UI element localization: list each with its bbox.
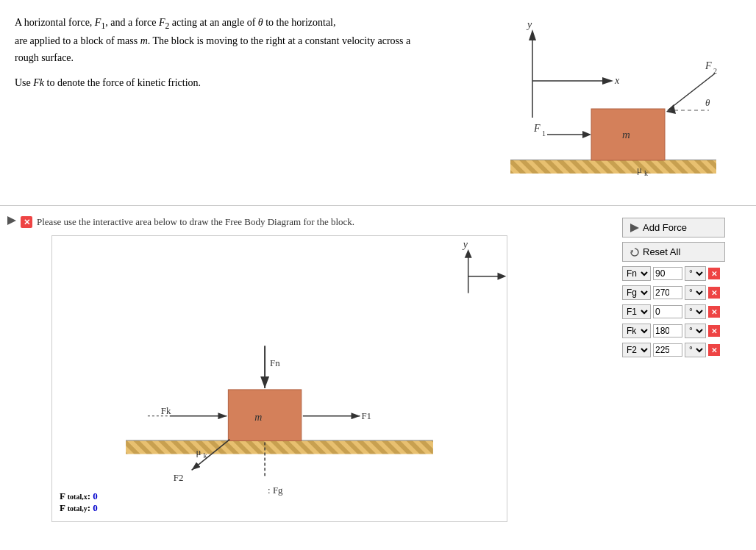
- fbd-svg: y x Fn : Fg: [52, 236, 507, 521]
- interactive-drawing-area[interactable]: y x Fn : Fg: [51, 235, 507, 522]
- top-f2-label: F: [705, 60, 712, 71]
- int-fk-label: Fk: [161, 405, 171, 416]
- int-mu-label: μ: [196, 446, 202, 457]
- fn-delete-button[interactable]: ✕: [708, 268, 720, 279]
- top-mu-sub: k: [644, 169, 648, 177]
- problem-description: A horizontal force, F1, and a force F2 a…: [0, 7, 441, 198]
- fn-angle-unit[interactable]: °: [685, 266, 706, 281]
- interactive-section: ✕ Please use the interactive area below …: [7, 212, 616, 544]
- add-force-label: Add Force: [643, 222, 687, 233]
- top-theta-label: θ: [705, 97, 710, 108]
- reset-all-label: Reset All: [643, 246, 680, 257]
- ftotal-y-value: 0: [93, 502, 98, 513]
- force-row-f2: F2FnFgF1Fk ° ✕: [622, 343, 743, 357]
- fk-angle-unit[interactable]: °: [685, 324, 706, 338]
- reset-all-button[interactable]: Reset All: [622, 242, 725, 262]
- fk-angle-input[interactable]: [653, 324, 682, 338]
- play-button[interactable]: [7, 216, 16, 228]
- force-row-fk: FkFnFgF1F2 ° ✕: [622, 324, 743, 338]
- svg-line-30: [192, 440, 230, 471]
- fn-name-select[interactable]: FnFgF1FkF2: [622, 266, 651, 281]
- f1-angle-input[interactable]: [653, 305, 682, 318]
- svg-marker-10: [582, 131, 591, 138]
- top-block-m-label: m: [622, 129, 630, 140]
- top-f2-sub: 2: [713, 67, 717, 75]
- force-row-f1: F1FnFgFkF2 ° ✕: [622, 304, 743, 319]
- top-diagram-svg: y x m F 1 F: [474, 15, 724, 206]
- fg-angle-input[interactable]: [653, 286, 682, 299]
- top-axis-y-label: y: [526, 19, 532, 30]
- fg-name-select[interactable]: FgFnF1FkF2: [622, 285, 651, 300]
- status-row: ✕ Please use the interactive area below …: [7, 212, 616, 232]
- int-f1-label: F1: [361, 410, 371, 421]
- int-fn-label: Fn: [270, 357, 280, 368]
- ftotal-y-label: F total,y:: [60, 502, 90, 513]
- top-physics-diagram: y x m F 1 F: [441, 7, 756, 198]
- ftotal-x-label: F total,x:: [60, 490, 90, 501]
- svg-rect-24: [228, 390, 301, 441]
- f1-angle-unit[interactable]: °: [685, 304, 706, 319]
- force-controls-panel: Add Force Reset All FnFgF1FkF2 ° ✕ FgFnF…: [616, 212, 749, 544]
- svg-rect-23: [126, 441, 433, 454]
- svg-marker-31: [630, 224, 639, 232]
- int-f2-label: F2: [174, 472, 184, 483]
- force-row-fn: FnFgF1FkF2 ° ✕: [622, 266, 743, 281]
- svg-marker-19: [465, 249, 472, 258]
- force-row-fg: FgFnF1FkF2 ° ✕: [622, 285, 743, 300]
- ftotal-x-value: 0: [93, 490, 98, 501]
- svg-marker-14: [7, 216, 16, 225]
- fg-angle-unit[interactable]: °: [685, 285, 706, 300]
- fk-name-select[interactable]: FkFnFgF1F2: [622, 324, 651, 338]
- f1-name-select[interactable]: F1FnFgFkF2: [622, 304, 651, 319]
- top-mu-label: μ: [637, 164, 642, 175]
- int-fg-label: : Fg: [268, 485, 283, 496]
- fn-angle-input[interactable]: [653, 267, 682, 280]
- svg-marker-12: [666, 104, 676, 114]
- f2-angle-unit[interactable]: °: [685, 343, 706, 357]
- svg-marker-21: [497, 273, 506, 280]
- status-text: Please use the interactive area below to…: [37, 216, 354, 228]
- top-axis-x-label: x: [614, 75, 620, 86]
- svg-marker-3: [602, 77, 613, 85]
- int-mu-sub: k: [204, 451, 207, 460]
- error-icon: ✕: [21, 216, 32, 228]
- svg-marker-1: [529, 29, 536, 40]
- totals-display: F total,x: 0 F total,y: 0: [60, 490, 98, 514]
- f2-delete-button[interactable]: ✕: [708, 344, 720, 356]
- add-force-button[interactable]: Add Force: [622, 218, 725, 238]
- top-f1-sub: 1: [542, 129, 546, 138]
- f1-delete-button[interactable]: ✕: [708, 306, 720, 318]
- f2-name-select[interactable]: F2FnFgF1Fk: [622, 343, 651, 357]
- int-block-m-label: m: [254, 412, 262, 423]
- fk-delete-button[interactable]: ✕: [708, 325, 720, 337]
- int-axis-y-label: y: [462, 239, 468, 250]
- fg-delete-button[interactable]: ✕: [708, 287, 720, 299]
- svg-rect-5: [510, 160, 716, 174]
- top-f1-label: F: [533, 123, 541, 134]
- f2-angle-input[interactable]: [653, 343, 682, 357]
